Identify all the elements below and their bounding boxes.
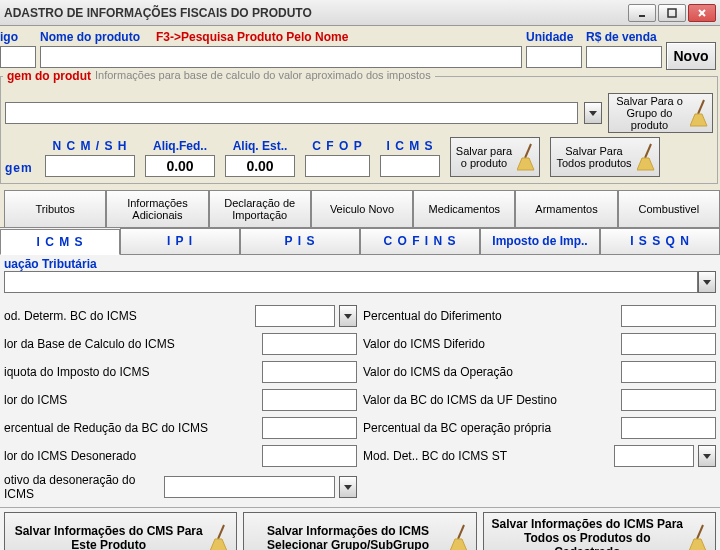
aliq-est-label: Aliq. Est.. [233,139,288,153]
gem-label: gem [5,161,33,175]
icms-form: od. Determ. BC do ICMS lor da Base de Ca… [0,297,720,507]
valor-dif-input[interactable] [621,333,716,355]
situacao-input[interactable] [4,271,698,293]
salvar-icms-todos-button[interactable]: Salvar Informações do ICMS Para Todos os… [483,512,716,550]
subtab-imposto-importacao[interactable]: Imposto de Imp.. [480,228,600,254]
window-title: ADASTRO DE INFORMAÇÕES FISCAIS DO PRODUT… [4,6,626,20]
pesquisa-hint: F3->Pesquisa Produto Pelo Nome [140,28,348,46]
minimize-button[interactable] [628,4,656,22]
cfop-label: C F O P [312,139,362,153]
tab-declaracao-importacao[interactable]: Declaração de Importação [209,190,311,227]
mod-det-st-dropdown[interactable] [698,445,716,467]
codigo-input[interactable] [0,46,36,68]
ncmsh-label: N C M / S H [52,139,127,153]
perc-dif-label: Percentual do Diferimento [363,309,617,323]
svg-line-8 [458,525,464,539]
subtab-cofins[interactable]: C O F I N S [360,228,480,254]
perc-red-label: ercentual de Redução da BC do ICMS [4,421,258,435]
svg-line-6 [645,144,651,158]
motivo-label: otivo da desoneração do ICMS [4,473,160,501]
broom-icon [450,523,470,550]
tab-combustivel[interactable]: Combustivel [618,190,720,227]
motivo-dropdown[interactable] [339,476,357,498]
cfop-input[interactable] [305,155,370,177]
broom-icon [517,142,537,172]
icms-col-label: I C M S [386,139,433,153]
mod-bc-dropdown[interactable] [339,305,357,327]
aliquota-input[interactable] [262,361,357,383]
unidade-input[interactable] [526,46,582,68]
salvar-icms-este-produto-button[interactable]: Salvar Informações do CMS Para Este Prod… [4,512,237,550]
valor-base-input[interactable] [262,333,357,355]
tab-armamentos[interactable]: Armamentos [515,190,617,227]
codigo-label: igo [0,28,36,46]
tab-tributos[interactable]: Tributos [4,190,106,227]
aliq-est-input[interactable] [225,155,295,177]
valor-deson-label: lor do ICMS Desonerado [4,449,258,463]
subtab-issqn[interactable]: I S S Q N [600,228,720,254]
salvar-grupo-button[interactable]: Salvar Para o Grupo do produto [608,93,713,133]
sub-tabs: I C M S I P I P I S C O F I N S Imposto … [0,228,720,255]
rs-venda-label: R$ de venda [586,28,662,46]
mod-bc-input[interactable] [255,305,335,327]
svg-rect-1 [668,9,676,17]
valor-deson-input[interactable] [262,445,357,467]
situacao-dropdown-button[interactable] [698,271,716,293]
maximize-button[interactable] [658,4,686,22]
salvar-todos-button[interactable]: Salvar Para Todos produtos [550,137,660,177]
situacao-label: uação Tributária [4,257,716,271]
subtab-icms[interactable]: I C M S [0,229,120,255]
mod-bc-label: od. Determ. BC do ICMS [4,309,251,323]
subtab-pis[interactable]: P I S [240,228,360,254]
icms-col-input[interactable] [380,155,440,177]
novo-button[interactable]: Novo [666,42,716,70]
aliq-fed-input[interactable] [145,155,215,177]
top-fields: igo Nome do produto F3->Pesquisa Produto… [0,26,720,70]
tab-veiculo-novo[interactable]: Veiculo Novo [311,190,413,227]
valor-op-label: Valor do ICMS da Operação [363,365,617,379]
valor-bc-uf-label: Valor da BC do ICMS da UF Destino [363,393,617,407]
valor-bc-uf-input[interactable] [621,389,716,411]
situacao-row: uação Tributária [0,255,720,297]
salvar-icms-grupo-button[interactable]: Salvar Informações do ICMS Selecionar Gr… [243,512,476,550]
unidade-label: Unidade [526,28,582,46]
impostos-legend: Informações para base de calculo do valo… [91,69,435,81]
valor-base-label: lor da Base de Calculo do ICMS [4,337,258,351]
valor-icms-input[interactable] [262,389,357,411]
svg-line-7 [218,525,224,539]
close-button[interactable] [688,4,716,22]
impostos-group: gem do produto Informações para base de … [0,76,718,184]
broom-icon [690,98,710,128]
mod-det-st-label: Mod. Det.. BC do ICMS ST [363,449,610,463]
main-tabs: Tributos Informações Adicionais Declaraç… [0,190,720,228]
tab-medicamentos[interactable]: Medicamentos [413,190,515,227]
broom-icon [210,523,230,550]
valor-op-input[interactable] [621,361,716,383]
svg-line-5 [525,144,531,158]
origem-produto-input[interactable] [5,102,578,124]
aliq-fed-label: Aliq.Fed.. [153,139,207,153]
aliquota-label: iquota do Imposto do ICMS [4,365,258,379]
perc-bc-op-input[interactable] [621,417,716,439]
perc-red-input[interactable] [262,417,357,439]
perc-dif-input[interactable] [621,305,716,327]
bottom-buttons: Salvar Informações do CMS Para Este Prod… [0,507,720,550]
motivo-input[interactable] [164,476,335,498]
nome-input[interactable] [40,46,522,68]
ncmsh-input[interactable] [45,155,135,177]
broom-icon [637,142,657,172]
valor-dif-label: Valor do ICMS Diferido [363,337,617,351]
valor-icms-label: lor do ICMS [4,393,258,407]
title-bar: ADASTRO DE INFORMAÇÕES FISCAIS DO PRODUT… [0,0,720,26]
mod-det-st-input[interactable] [614,445,694,467]
subtab-ipi[interactable]: I P I [120,228,240,254]
origem-produto-label: gem do produto [3,69,102,83]
rs-venda-input[interactable] [586,46,662,68]
nome-label: Nome do produto [40,28,140,46]
svg-line-4 [698,100,704,114]
origem-dropdown-button[interactable] [584,102,602,124]
salvar-produto-button[interactable]: Salvar para o produto [450,137,540,177]
tab-info-adicionais[interactable]: Informações Adicionais [106,190,208,227]
broom-icon [689,523,709,550]
perc-bc-op-label: Percentual da BC operação própria [363,421,617,435]
